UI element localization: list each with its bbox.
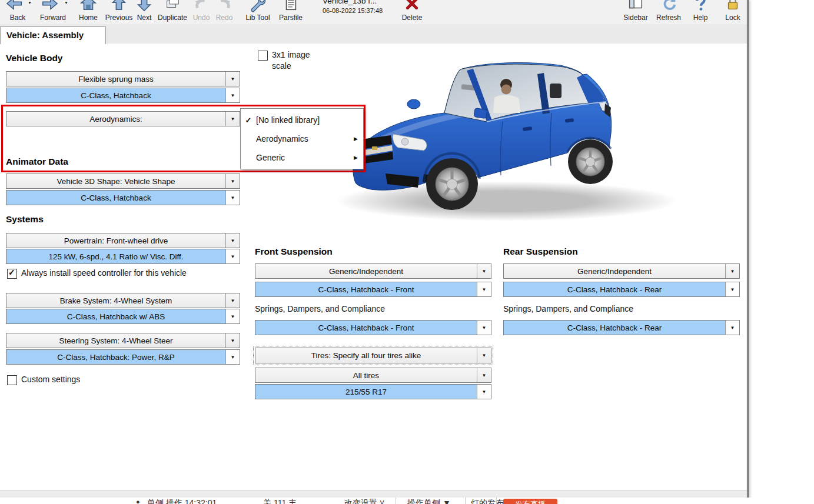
systems-heading: Systems: [6, 214, 44, 225]
wrench-icon: [249, 0, 267, 12]
rear-springs-dataset-dropdown[interactable]: C-Class, Hatchback - Rear▼: [503, 320, 740, 335]
toolbar-forward-button[interactable]: ▼ Forward: [36, 0, 69, 24]
speed-controller-checkbox-row[interactable]: Always install speed controller for this…: [7, 268, 237, 279]
mode-dropdown[interactable]: 操作单侧 ▼: [407, 498, 451, 504]
image-scale-checkbox[interactable]: [258, 51, 268, 61]
toolbar-refresh-button[interactable]: Refresh: [654, 0, 683, 24]
counter-text: 关 111 丰: [263, 498, 297, 504]
refresh-icon: [660, 0, 677, 12]
body-type-dropdown[interactable]: Flexible sprung mass▼: [6, 71, 240, 86]
dropdown-arrow-icon: ▼: [477, 282, 491, 296]
rear-wheel: [568, 139, 613, 184]
back-split-arrow-icon[interactable]: ▼: [28, 1, 32, 5]
forward-split-arrow-icon[interactable]: ▼: [64, 1, 68, 5]
screen: 使用 MD 编辑器 文助手 ▼ Back ▼ Forward Home Prev…: [0, 0, 814, 504]
vehicle-body-heading: Vehicle Body: [6, 53, 62, 64]
current-dataset-info[interactable]: Vehicle_13b f... 06-08-2022 15:37:48: [323, 0, 399, 24]
rear-springs-label: Springs, Dampers, and Compliance: [503, 304, 633, 313]
publish-button[interactable]: 发布直播: [503, 499, 557, 504]
dropdown-arrow-icon: ▼: [725, 264, 739, 278]
forward-arrow-icon: [41, 0, 58, 12]
vehicle-3d-image: [330, 47, 718, 231]
side-panel: 使用 MD 编辑器 文助手: [747, 0, 814, 504]
toolbar-delete-button[interactable]: Delete: [398, 0, 426, 24]
steering-dataset-dropdown[interactable]: C-Class, Hatchback: Power, R&P▼: [6, 349, 240, 365]
rear-suspension-type-dropdown[interactable]: Generic/Independent▼: [503, 263, 740, 279]
front-springs-dataset-dropdown[interactable]: C-Class, Hatchback - Front▼: [255, 320, 491, 335]
image-scale-checkbox-row[interactable]: 3x1 image scale: [258, 50, 328, 74]
dropdown-arrow-icon: ▼: [225, 309, 240, 323]
speed-controller-checkbox[interactable]: [7, 269, 17, 279]
shape-dataset-dropdown[interactable]: C-Class, Hatchback▼: [6, 190, 240, 205]
toolbar-home-button[interactable]: Home: [75, 0, 101, 24]
lock-icon: [724, 0, 742, 12]
brake-system-dropdown[interactable]: Brake System: 4-Wheel System▼: [6, 293, 240, 308]
tab-vehicle-assembly[interactable]: Vehicle: Assembly: [0, 26, 106, 44]
steering-system-dropdown[interactable]: Steering System: 4-Wheel Steer▼: [6, 333, 240, 348]
document-icon: [282, 0, 300, 12]
menu-item-generic[interactable]: Generic ▶: [241, 148, 363, 167]
brake-dataset-dropdown[interactable]: C-Class, Hatchback w/ ABS▼: [6, 309, 240, 324]
window-bottom-chrome: [0, 490, 747, 498]
dropdown-arrow-icon: ▼: [477, 385, 491, 399]
back-arrow-icon: [6, 0, 24, 12]
powertrain-dropdown[interactable]: Powertrain: Front-wheel drive▼: [6, 233, 240, 248]
duplicate-icon: [164, 0, 181, 12]
toolbar-undo-button[interactable]: Undo: [191, 0, 212, 24]
dropdown-arrow-icon: ▼: [225, 333, 240, 348]
front-suspension-type-dropdown[interactable]: Generic/Independent▼: [255, 263, 491, 279]
front-suspension-dataset-dropdown[interactable]: C-Class, Hatchback - Front▼: [255, 282, 491, 297]
rear-suspension-dataset-dropdown[interactable]: C-Class, Hatchback - Rear▼: [503, 282, 740, 297]
dropdown-arrow-icon: ▼: [477, 348, 491, 363]
toolbar-help-button[interactable]: Help: [687, 0, 713, 24]
dropdown-arrow-icon: ▼: [225, 233, 240, 248]
delete-x-icon: [403, 0, 421, 12]
custom-settings-checkbox-row[interactable]: Custom settings: [7, 375, 125, 385]
sidebar-icon: [627, 0, 644, 12]
toolbar-next-button[interactable]: Next: [134, 0, 154, 24]
toolbar-lock-button[interactable]: Lock: [719, 0, 747, 24]
status-dot-icon: ●: [136, 498, 140, 504]
menu-item-no-linked-library[interactable]: ✓ [No linked library]: [241, 111, 363, 129]
dropdown-arrow-icon: ▼: [725, 282, 739, 296]
submenu-arrow-icon: ▶: [354, 136, 358, 142]
toolbar-previous-button[interactable]: Previous: [105, 0, 133, 24]
dropdown-arrow-icon: ▼: [225, 350, 240, 364]
toolbar-libtool-button[interactable]: Lib Tool: [244, 0, 272, 24]
front-suspension-heading: Front Suspension: [255, 246, 333, 257]
window-right-edge: [747, 0, 749, 504]
aerodynamics-context-menu: ✓ [No linked library] Aerodynamics ▶ Gen…: [240, 108, 364, 169]
redo-icon: [215, 0, 233, 12]
tab-strip: [0, 24, 747, 44]
dataset-timestamp: 06-08-2022 15:37:48: [323, 7, 383, 14]
dropdown-arrow-icon: ▼: [225, 174, 240, 188]
dataset-filename: Vehicle_13b f...: [323, 0, 377, 5]
toolbar-redo-button[interactable]: Redo: [214, 0, 235, 24]
bottom-overlay-bar: ● 单侧 操作 14:32:01 关 111 丰 改变设置 ˅ 操作单侧 ▼ 灯…: [0, 498, 814, 504]
custom-settings-checkbox[interactable]: [7, 375, 17, 385]
vehicle-3d-shape-dropdown[interactable]: Vehicle 3D Shape: Vehicle Shape▼: [6, 173, 240, 189]
dropdown-arrow-icon: ▼: [225, 72, 240, 86]
menu-item-aerodynamics[interactable]: Aerodynamics ▶: [241, 129, 363, 148]
toolbar-parsfile-button[interactable]: Parsfile: [275, 0, 306, 24]
tires-group-dropdown[interactable]: All tires▼: [255, 368, 491, 383]
toolbar-duplicate-button[interactable]: Duplicate: [155, 0, 190, 24]
publish-left-button[interactable]: 灯的发布: [471, 498, 504, 504]
powertrain-dataset-dropdown[interactable]: 125 kW, 6-spd., 4.1 Ratio w/ Visc. Diff.…: [6, 249, 240, 264]
tires-mode-dropdown[interactable]: Tires: Specify all four tires alike▼: [255, 348, 491, 363]
dropdown-arrow-icon: ▼: [725, 321, 739, 335]
toolbar-back-button[interactable]: ▼ Back: [2, 0, 33, 24]
dropdown-arrow-icon: ▼: [225, 249, 240, 263]
rear-suspension-heading: Rear Suspension: [503, 246, 578, 257]
undo-icon: [192, 0, 210, 12]
settings-text[interactable]: 改变设置 ˅: [344, 498, 384, 504]
tires-dataset-dropdown[interactable]: 215/55 R17▼: [255, 384, 491, 399]
dropdown-arrow-icon: ▼: [477, 321, 491, 335]
dropdown-arrow-icon: ▼: [477, 264, 491, 278]
body-dataset-dropdown[interactable]: C-Class, Hatchback▼: [6, 88, 240, 103]
down-arrow-icon: [135, 0, 153, 12]
up-arrow-icon: [110, 0, 128, 12]
toolbar-sidebar-button[interactable]: Sidebar: [622, 0, 650, 24]
dropdown-arrow-icon: ▼: [225, 88, 240, 102]
dropdown-arrow-icon: ▼: [477, 368, 491, 382]
